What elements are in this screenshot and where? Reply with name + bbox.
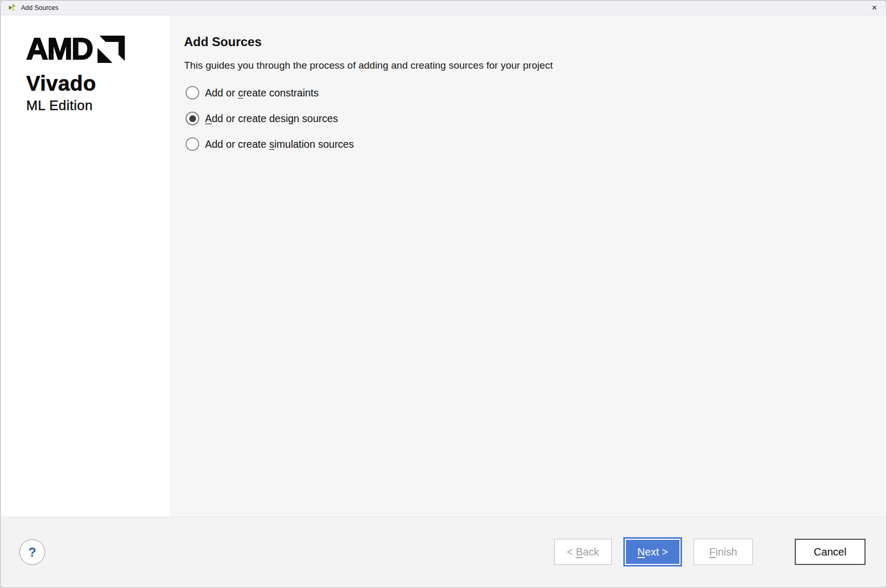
wizard-page: Add Sources This guides you through the …	[169, 16, 886, 517]
page-title: Add Sources	[184, 35, 865, 49]
ml-edition-label: ML Edition	[26, 97, 169, 114]
wizard-buttons: < Back Next > Finish Cancel	[554, 539, 866, 565]
next-button[interactable]: Next >	[625, 539, 680, 565]
vivado-wordmark: Vivado	[26, 72, 169, 94]
radio-label: Add or create design sources	[205, 113, 338, 125]
close-button[interactable]: ×	[862, 1, 886, 15]
close-icon: ×	[872, 3, 877, 13]
radio-label: Add or create simulation sources	[205, 138, 354, 150]
window-title: Add Sources	[21, 4, 59, 12]
cancel-button[interactable]: Cancel	[795, 539, 866, 565]
vivado-app-icon	[8, 3, 17, 12]
branding-sidebar: AMD Vivado ML Edition	[1, 16, 169, 517]
finish-button[interactable]: Finish	[694, 539, 753, 565]
help-button[interactable]: ?	[19, 539, 45, 565]
wizard-footer: ? < Back Next > Finish Cancel	[1, 517, 886, 587]
radio-button-icon	[186, 86, 199, 100]
amd-arrow-logo-icon	[98, 36, 125, 63]
radio-add-constraints[interactable]: Add or create constraints	[186, 86, 865, 100]
amd-wordmark: AMD	[26, 34, 92, 64]
back-button[interactable]: < Back	[554, 539, 612, 565]
radio-label: Add or create constraints	[205, 87, 319, 99]
question-mark-icon: ?	[28, 545, 36, 560]
radio-add-simulation-sources[interactable]: Add or create simulation sources	[186, 137, 865, 151]
source-type-radio-group: Add or create constraints Add or create …	[184, 86, 865, 151]
radio-add-design-sources[interactable]: Add or create design sources	[186, 112, 865, 125]
title-bar: Add Sources ×	[1, 1, 886, 15]
radio-button-icon	[186, 137, 199, 151]
page-description: This guides you through the process of a…	[184, 60, 865, 71]
add-sources-dialog: Add Sources × AMD Vivado ML Edition Add …	[0, 0, 887, 588]
radio-button-icon	[186, 112, 199, 125]
